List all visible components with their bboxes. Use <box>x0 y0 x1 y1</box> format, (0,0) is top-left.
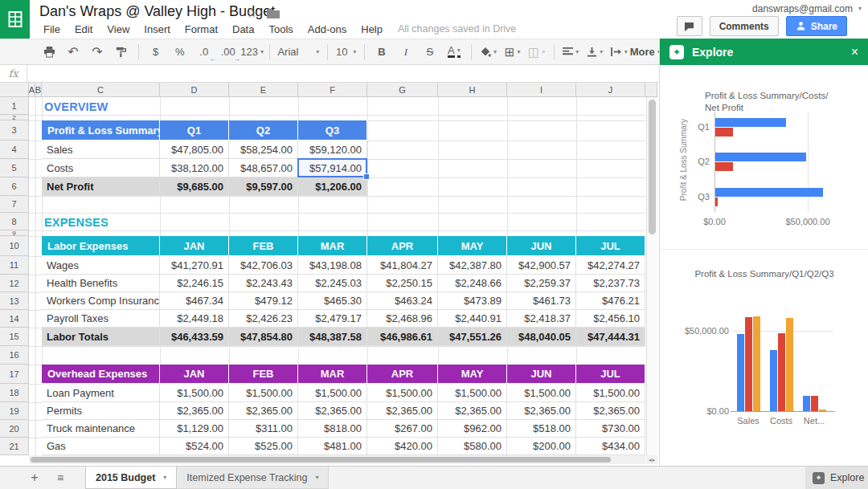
chevron-down-icon[interactable]: ▾ <box>315 475 318 481</box>
labor-table-cell[interactable]: $461.73 <box>507 292 576 310</box>
labor-table-cell[interactable]: $473.89 <box>438 292 507 310</box>
all-sheets-menu-button[interactable]: ≡ <box>50 471 71 484</box>
labor-table-header-cell[interactable]: MAY <box>438 236 507 256</box>
percent-format-button[interactable]: % <box>168 43 192 62</box>
row-header-10[interactable]: 10 <box>0 236 29 256</box>
pnl-table-header-cell[interactable]: Profit & Loss Summary <box>42 120 160 141</box>
undo-button[interactable]: ↶ <box>61 43 85 62</box>
column-header-A[interactable]: A <box>29 83 35 97</box>
overhead-table-cell[interactable]: $1,500.00 <box>298 384 367 402</box>
font-family-select[interactable]: Arial▾ <box>274 43 322 62</box>
merge-cells-button[interactable]: ◫▾ <box>525 43 549 62</box>
row-header-12[interactable]: 12 <box>0 275 29 292</box>
menu-format[interactable]: Format <box>178 23 225 35</box>
menu-help[interactable]: Help <box>354 23 390 35</box>
overhead-table-cell[interactable]: $518.00 <box>507 420 576 438</box>
overhead-table-header-cell[interactable]: Overhead Expenses <box>42 365 160 384</box>
overhead-table-header-cell[interactable]: JAN <box>160 365 229 384</box>
row-header-21[interactable]: 21 <box>0 438 29 455</box>
overhead-table-header-cell[interactable]: JUL <box>576 365 645 384</box>
row-header-13[interactable]: 13 <box>0 292 29 310</box>
column-header-D[interactable]: D <box>160 83 229 97</box>
overhead-table-cell[interactable]: $1,129.00 <box>160 420 229 438</box>
star-icon[interactable]: ☆ <box>246 6 257 21</box>
sheets-logo-icon[interactable] <box>0 0 30 39</box>
italic-button[interactable]: I <box>394 43 418 62</box>
labor-table-cell[interactable]: $46,986.61 <box>367 328 438 346</box>
labor-table-cell[interactable]: $48,040.05 <box>507 328 576 346</box>
bold-button[interactable]: B <box>370 43 394 62</box>
select-all-corner[interactable] <box>0 83 29 97</box>
overhead-table-cell[interactable]: Gas <box>42 438 160 455</box>
paint-format-button[interactable] <box>109 43 133 62</box>
overhead-table-cell[interactable]: $1,500.00 <box>367 384 438 402</box>
overhead-table-cell[interactable]: $730.00 <box>576 420 645 438</box>
increase-decimal-button[interactable]: .00→ <box>216 43 240 62</box>
pnl-table-cell[interactable]: Costs <box>42 159 160 177</box>
overhead-table-cell[interactable]: $200.00 <box>507 438 576 455</box>
formula-input[interactable] <box>27 65 659 82</box>
strikethrough-button[interactable]: S <box>418 43 442 62</box>
column-header-C[interactable]: C <box>42 83 160 97</box>
row-header-9[interactable]: 9 <box>0 230 29 236</box>
row-header-3[interactable]: 3 <box>0 120 29 141</box>
overhead-table-header-cell[interactable]: FEB <box>229 365 298 384</box>
labor-table-cell[interactable]: $463.24 <box>367 292 438 310</box>
labor-table-cell[interactable]: Health Benefits <box>42 275 160 292</box>
menu-insert[interactable]: Insert <box>137 23 178 35</box>
labor-table-header-cell[interactable]: JAN <box>160 236 229 256</box>
labor-table-cell[interactable]: $476.21 <box>576 292 645 310</box>
labor-table-cell[interactable]: $42,706.03 <box>229 256 298 275</box>
overhead-table-cell[interactable]: $2,365.00 <box>507 402 576 420</box>
vertical-align-button[interactable]: ▾ <box>583 43 607 62</box>
labor-table-cell[interactable]: Labor Totals <box>42 328 160 346</box>
folder-icon[interactable] <box>267 8 280 18</box>
labor-table-cell[interactable]: $47,854.80 <box>229 328 298 346</box>
overhead-table-cell[interactable]: $420.00 <box>367 438 438 455</box>
overhead-table-cell[interactable]: $434.00 <box>576 438 645 455</box>
overhead-table-cell[interactable]: $2,365.00 <box>438 402 507 420</box>
row-header-6[interactable]: 6 <box>0 177 29 196</box>
labor-table-cell[interactable]: $2,246.15 <box>160 275 229 292</box>
column-header-H[interactable]: H <box>438 83 507 97</box>
overhead-table-cell[interactable]: $1,500.00 <box>507 384 576 402</box>
row-header-8[interactable]: 8 <box>0 213 29 230</box>
column-header-G[interactable]: G <box>367 83 438 97</box>
row-header-2[interactable]: 2 <box>0 115 29 120</box>
labor-table-cell[interactable]: $2,243.43 <box>229 275 298 292</box>
add-sheet-button[interactable]: + <box>24 471 45 485</box>
pnl-table-cell[interactable]: $38,120.00 <box>160 159 229 177</box>
menu-data[interactable]: Data <box>225 23 261 35</box>
overhead-table-cell[interactable]: $525.00 <box>229 438 298 455</box>
overhead-table-header-cell[interactable]: JUN <box>507 365 576 384</box>
decrease-decimal-button[interactable]: .0← <box>192 43 216 62</box>
labor-table-cell[interactable]: Payroll Taxes <box>42 310 160 328</box>
labor-table-cell[interactable]: $479.12 <box>229 292 298 310</box>
pnl-table-header-cell[interactable]: Q3 <box>298 120 367 141</box>
section-label-overview[interactable]: OVERVIEW <box>44 100 108 113</box>
labor-table-cell[interactable]: $465.30 <box>298 292 367 310</box>
labor-table-cell[interactable]: $467.34 <box>160 292 229 310</box>
labor-table-header-cell[interactable]: APR <box>367 236 438 256</box>
labor-table-cell[interactable]: $2,245.03 <box>298 275 367 292</box>
share-button[interactable]: Share <box>786 16 847 36</box>
labor-table-cell[interactable]: $2,440.91 <box>438 310 507 328</box>
overhead-table-cell[interactable]: $2,365.00 <box>298 402 367 420</box>
row-header-5[interactable]: 5 <box>0 159 29 177</box>
overhead-table-cell[interactable]: $2,365.00 <box>367 402 438 420</box>
scroll-right-icon[interactable]: ▸ <box>653 457 656 463</box>
print-button[interactable] <box>37 43 61 62</box>
fill-color-button[interactable]: ▾ <box>477 43 501 62</box>
text-color-button[interactable]: A▾ <box>442 43 466 62</box>
overhead-table-header-cell[interactable]: MAR <box>298 365 367 384</box>
row-header-7[interactable]: 7 <box>0 196 29 213</box>
labor-table-header-cell[interactable]: Labor Expenses <box>42 236 160 256</box>
labor-table-cell[interactable]: $2,418.37 <box>507 310 576 328</box>
borders-button[interactable]: ⊞▾ <box>501 43 525 62</box>
labor-table-cell[interactable]: $2,449.18 <box>160 310 229 328</box>
labor-table-header-cell[interactable]: MAR <box>298 236 367 256</box>
selected-cell[interactable] <box>297 158 367 177</box>
more-button[interactable]: More▾ <box>631 43 659 62</box>
overhead-table-cell[interactable]: $1,500.00 <box>576 384 645 402</box>
menu-tools[interactable]: Tools <box>261 23 300 35</box>
